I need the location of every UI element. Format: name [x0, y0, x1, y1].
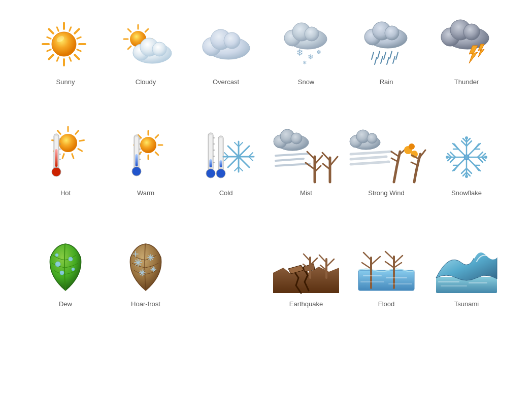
warm-label: Warm — [137, 189, 154, 197]
svg-line-25 — [128, 29, 131, 32]
svg-line-181 — [454, 165, 458, 170]
svg-rect-92 — [136, 154, 138, 166]
svg-point-187 — [465, 175, 468, 178]
svg-rect-110 — [220, 160, 222, 167]
weather-flood: Flood — [348, 237, 424, 308]
svg-line-143 — [351, 162, 389, 164]
snowflake-icon: .sf-arm { stroke: #6ab0d4; stroke-width:… — [428, 126, 505, 187]
snowflake-label: Snowflake — [451, 189, 482, 197]
svg-line-84 — [155, 152, 158, 155]
warm-icon — [108, 126, 184, 187]
svg-point-30 — [152, 42, 167, 56]
svg-point-111 — [216, 169, 225, 178]
svg-line-12 — [57, 57, 58, 61]
svg-line-64 — [80, 140, 84, 141]
weather-thunder: Thunder — [428, 15, 505, 86]
hoar-frost-icon — [108, 237, 184, 298]
weather-cold: Cold — [188, 126, 264, 197]
tsunami-label: Tsunami — [454, 300, 479, 308]
svg-line-148 — [391, 152, 399, 157]
svg-line-23 — [128, 46, 131, 49]
earthquake-label: Earthquake — [289, 300, 323, 308]
svg-point-89 — [140, 137, 156, 153]
weather-hot: Hot — [27, 126, 104, 197]
svg-point-185 — [464, 155, 469, 160]
weather-empty — [188, 247, 264, 308]
svg-point-124 — [237, 155, 241, 159]
weather-rain: Rain — [348, 15, 424, 86]
svg-line-177 — [454, 144, 458, 149]
svg-text:❄: ❄ — [316, 49, 321, 56]
strong-wind-label: Strong Wind — [368, 189, 405, 197]
svg-line-52 — [375, 57, 377, 64]
weather-dew: Dew — [27, 237, 104, 308]
svg-line-67 — [62, 154, 64, 158]
rain-icon — [348, 15, 424, 76]
svg-line-10 — [77, 50, 81, 51]
svg-text:❄: ❄ — [303, 60, 307, 65]
weather-overcast: Overcast — [188, 15, 264, 86]
svg-line-13 — [47, 50, 51, 51]
sunny-label: Sunny — [56, 78, 75, 86]
svg-rect-239 — [358, 270, 414, 291]
svg-point-93 — [132, 167, 141, 176]
hot-label: Hot — [60, 189, 71, 197]
svg-line-130 — [276, 159, 304, 161]
svg-point-59 — [463, 24, 480, 40]
svg-point-75 — [52, 167, 61, 176]
weather-mist: Mist — [268, 126, 344, 197]
svg-line-63 — [76, 130, 79, 134]
svg-point-188 — [446, 156, 449, 159]
svg-line-179 — [475, 144, 479, 149]
svg-line-49 — [384, 52, 386, 59]
svg-line-7 — [49, 29, 53, 33]
svg-line-9 — [77, 37, 81, 39]
snow-icon: ❄ ❄ ❄ ❄ — [268, 15, 344, 76]
weather-strong-wind: Strong Wind — [348, 126, 424, 197]
svg-line-183 — [475, 165, 479, 170]
weather-sunny: Sunny — [27, 15, 104, 86]
svg-line-53 — [381, 56, 383, 63]
weather-snowflake: .sf-arm { stroke: #6ab0d4; stroke-width:… — [428, 126, 505, 197]
svg-point-34 — [224, 32, 240, 49]
svg-rect-74 — [55, 149, 58, 167]
svg-line-55 — [393, 56, 395, 63]
svg-line-138 — [322, 153, 330, 161]
svg-point-186 — [465, 136, 468, 139]
thunder-icon — [428, 15, 505, 76]
svg-line-8 — [70, 27, 71, 31]
svg-point-102 — [206, 169, 215, 178]
flood-label: Flood — [378, 300, 395, 308]
svg-line-70 — [57, 130, 60, 134]
svg-point-16 — [52, 32, 76, 56]
svg-line-51 — [396, 52, 398, 59]
svg-line-142 — [351, 157, 386, 159]
svg-line-11 — [70, 57, 71, 61]
sunny-icon — [27, 15, 104, 76]
mist-label: Mist — [300, 189, 312, 197]
flood-icon — [348, 237, 424, 298]
svg-line-66 — [72, 154, 74, 158]
dew-icon — [27, 237, 104, 298]
svg-line-245 — [385, 251, 394, 260]
hot-icon — [27, 126, 104, 187]
svg-point-153 — [409, 143, 415, 150]
svg-line-65 — [78, 149, 82, 152]
svg-text:❄: ❄ — [296, 48, 304, 58]
svg-line-50 — [390, 51, 392, 58]
svg-point-190 — [55, 262, 60, 267]
svg-line-47 — [372, 52, 374, 59]
svg-point-192 — [60, 271, 64, 275]
cloudy-label: Cloudy — [136, 78, 156, 86]
svg-line-243 — [362, 263, 371, 269]
svg-line-242 — [371, 257, 380, 265]
svg-line-241 — [363, 252, 371, 260]
svg-line-141 — [351, 152, 391, 154]
svg-line-54 — [387, 57, 389, 64]
svg-rect-101 — [210, 159, 212, 167]
dew-label: Dew — [59, 300, 72, 308]
weather-tsunami: Tsunami — [428, 237, 505, 308]
svg-point-128 — [291, 133, 302, 144]
rain-label: Rain — [380, 78, 393, 86]
mist-icon — [268, 126, 344, 187]
